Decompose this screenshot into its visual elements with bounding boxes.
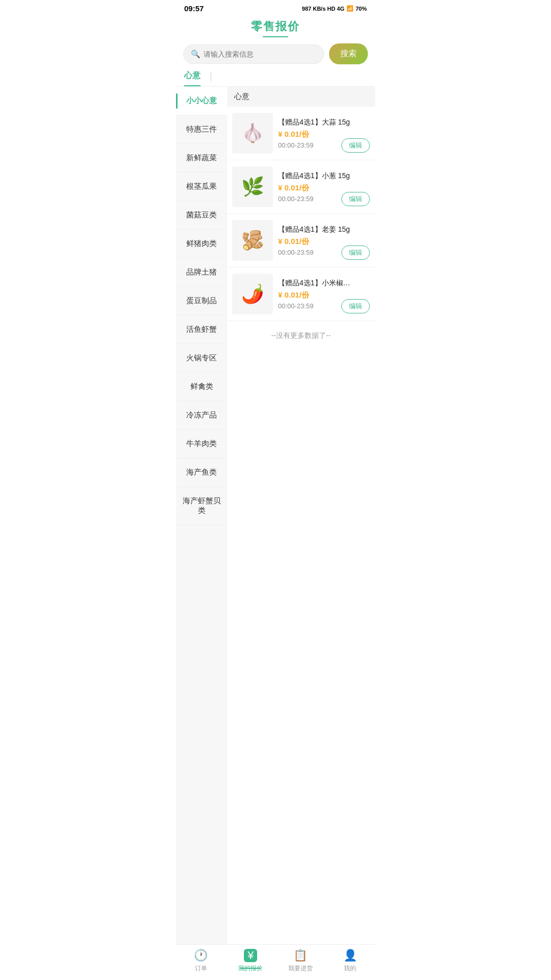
main-layout: 小小心意特惠三件新鲜蔬菜根茎瓜果菌菇豆类鲜猪肉类品牌土猪蛋豆制品活鱼虾蟹火锅专区…: [176, 87, 375, 949]
edit-button-2[interactable]: 编辑: [341, 246, 370, 260]
nav-label-3: 我的: [344, 964, 356, 973]
sidebar-item-11[interactable]: 冷冻产品: [176, 401, 227, 430]
search-input[interactable]: [204, 50, 316, 58]
tab-xinyi[interactable]: 心意: [184, 70, 201, 86]
product-image-0: 🧄: [232, 113, 273, 154]
sidebar-item-9[interactable]: 火锅专区: [176, 344, 227, 373]
tab-divider: [211, 72, 211, 81]
nav-icon-2: 📋: [294, 949, 307, 962]
sidebar-item-7[interactable]: 蛋豆制品: [176, 287, 227, 315]
nav-label-0: 订单: [195, 964, 207, 973]
sidebar-item-13[interactable]: 海产鱼类: [176, 458, 227, 487]
status-right: 987 KB/s HD 4G 📶 70%: [302, 5, 367, 12]
sidebar-item-0[interactable]: 小小心意: [176, 87, 227, 115]
nav-item-3[interactable]: 👤我的: [325, 949, 375, 973]
nav-item-1[interactable]: ¥我的报价: [226, 949, 276, 973]
product-image-1: 🌿: [232, 166, 273, 207]
content-section-header: 心意: [227, 87, 375, 107]
nav-icon-0: 🕐: [194, 949, 208, 962]
title-underline: [263, 36, 288, 37]
sidebar-item-3[interactable]: 根茎瓜果: [176, 173, 227, 201]
sidebar-item-1[interactable]: 特惠三件: [176, 115, 227, 144]
product-item-2: 🫚【赠品4选1】老姜 15g¥ 0.01/份00:00-23:59编辑: [227, 214, 375, 267]
product-name-1: 【赠品4选1】小葱 15g: [278, 171, 370, 180]
product-item-0: 🧄【赠品4选1】大蒜 15g¥ 0.01/份00:00-23:59编辑: [227, 107, 375, 160]
sidebar-item-10[interactable]: 鲜禽类: [176, 373, 227, 401]
bottom-nav: 🕐订单¥我的报价📋我要进货👤我的: [176, 944, 375, 980]
search-icon: 🔍: [191, 50, 201, 59]
sidebar-item-8[interactable]: 活鱼虾蟹: [176, 315, 227, 344]
status-wifi-icon: 📶: [346, 5, 354, 12]
no-more-text: --没有更多数据了--: [227, 321, 375, 351]
tab-row: 心意: [176, 70, 375, 87]
product-image-3: 🌶️: [232, 274, 273, 314]
nav-item-2[interactable]: 📋我要进货: [276, 949, 325, 973]
page-title: 零售报价: [176, 19, 375, 34]
sidebar-item-4[interactable]: 菌菇豆类: [176, 201, 227, 230]
product-name-3: 【赠品4选1】小米椒…: [278, 278, 370, 287]
nav-item-0[interactable]: 🕐订单: [176, 949, 226, 973]
sidebar-item-2[interactable]: 新鲜蔬菜: [176, 144, 227, 173]
nav-icon-1: ¥: [244, 949, 257, 962]
product-image-2: 🫚: [232, 220, 273, 261]
status-network: 987 KB/s HD 4G: [302, 6, 344, 12]
sidebar-item-6[interactable]: 品牌土猪: [176, 258, 227, 287]
nav-underline-1: [240, 968, 261, 969]
status-time: 09:57: [184, 4, 204, 13]
product-name-0: 【赠品4选1】大蒜 15g: [278, 117, 370, 127]
sidebar-item-14[interactable]: 海产虾蟹贝类: [176, 487, 227, 525]
status-battery: 70%: [356, 6, 367, 12]
edit-button-3[interactable]: 编辑: [341, 299, 370, 313]
nav-label-2: 我要进货: [288, 964, 313, 973]
sidebar: 小小心意特惠三件新鲜蔬菜根茎瓜果菌菇豆类鲜猪肉类品牌土猪蛋豆制品活鱼虾蟹火锅专区…: [176, 87, 227, 949]
status-bar: 09:57 987 KB/s HD 4G 📶 70%: [176, 0, 375, 15]
edit-button-0[interactable]: 编辑: [341, 138, 370, 153]
product-item-3: 🌶️【赠品4选1】小米椒…¥ 0.01/份00:00-23:59编辑: [227, 267, 375, 321]
sidebar-item-5[interactable]: 鲜猪肉类: [176, 230, 227, 258]
sidebar-item-12[interactable]: 牛羊肉类: [176, 430, 227, 458]
nav-icon-3: 👤: [343, 949, 357, 962]
product-name-2: 【赠品4选1】老姜 15g: [278, 225, 370, 234]
edit-button-1[interactable]: 编辑: [341, 192, 370, 206]
search-button[interactable]: 搜索: [329, 43, 368, 64]
search-input-wrap[interactable]: 🔍: [183, 44, 324, 64]
product-item-1: 🌿【赠品4选1】小葱 15g¥ 0.01/份00:00-23:59编辑: [227, 160, 375, 214]
content-area: 心意 🧄【赠品4选1】大蒜 15g¥ 0.01/份00:00-23:59编辑🌿【…: [227, 87, 375, 949]
search-bar: 🔍 搜索: [183, 43, 368, 64]
page-header: 零售报价: [176, 15, 375, 43]
